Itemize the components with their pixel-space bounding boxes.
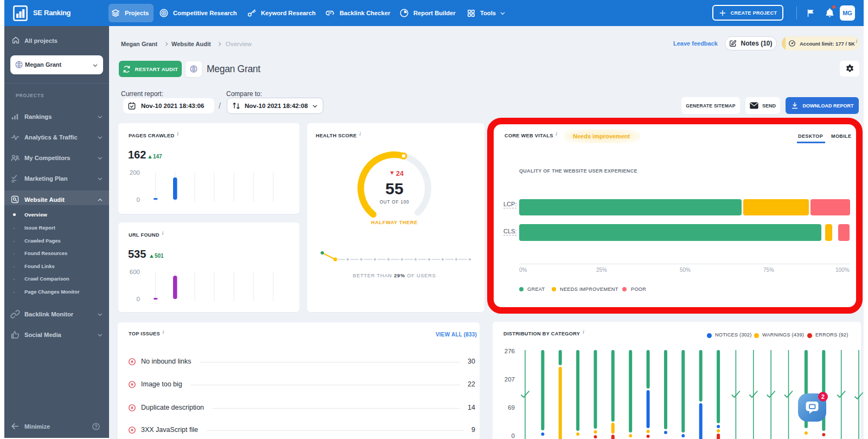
svg-text:200: 200 [130,169,140,176]
svg-text:0: 0 [137,196,140,203]
svg-text:0: 0 [137,296,140,302]
svg-text:600: 600 [130,269,140,275]
